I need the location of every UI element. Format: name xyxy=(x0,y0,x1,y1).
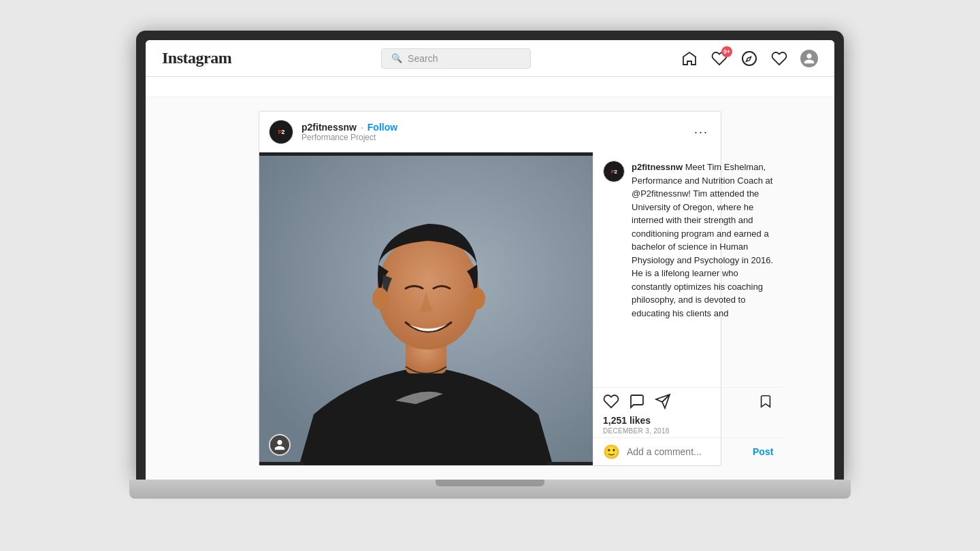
emoji-button[interactable]: 🙂 xyxy=(603,444,620,460)
comment-username[interactable]: p2fitnessnw xyxy=(632,162,683,172)
post-right-panel: P2 p2fitnessnw Meet Tim Eshelman, Perfor… xyxy=(593,152,783,465)
stories-bar xyxy=(146,77,834,97)
post-account-avatar[interactable]: P2 xyxy=(269,120,293,144)
likes-count: 1,251 likes xyxy=(603,415,773,426)
post-comments: P2 p2fitnessnw Meet Tim Eshelman, Perfor… xyxy=(593,152,783,387)
follow-button[interactable]: Follow xyxy=(368,122,397,133)
post-dot: · xyxy=(361,122,363,133)
bookmark-button[interactable] xyxy=(758,394,773,409)
svg-point-7 xyxy=(469,288,485,310)
like-button[interactable] xyxy=(603,393,619,410)
laptop-shell: Instagram 🔍 Search xyxy=(129,31,851,520)
share-icon xyxy=(655,393,671,410)
search-icon: 🔍 xyxy=(391,53,402,63)
comment-button[interactable] xyxy=(629,393,645,410)
laptop-screen: Instagram 🔍 Search xyxy=(146,40,834,480)
instagram-app: Instagram 🔍 Search xyxy=(146,40,834,480)
laptop-base xyxy=(129,480,851,499)
post-date: DECEMBER 3, 2018 xyxy=(603,427,773,435)
heart-icon xyxy=(771,50,787,67)
comment-text: p2fitnessnw Meet Tim Eshelman, Performan… xyxy=(632,161,773,320)
bookmark-icon xyxy=(758,394,773,409)
nav-icons: 9+ xyxy=(681,50,818,67)
post-username-row: p2fitnessnw · Follow xyxy=(301,122,691,133)
post-image-user-tag[interactable] xyxy=(269,434,291,456)
post-header: P2 p2fitnessnw · Follow Performance Proj… xyxy=(259,112,721,152)
heart-nav-icon[interactable] xyxy=(770,50,788,67)
svg-point-0 xyxy=(742,52,756,65)
search-bar[interactable]: 🔍 Search xyxy=(381,48,531,69)
post-likes-section: 1,251 likes DECEMBER 3, 2018 xyxy=(593,412,783,437)
add-comment-section: 🙂 Post xyxy=(593,437,783,465)
comment-avatar: P2 xyxy=(603,161,625,182)
post-username[interactable]: p2fitnessnw xyxy=(301,122,357,133)
home-icon xyxy=(681,50,698,67)
main-feed: P2 p2fitnessnw · Follow Performance Proj… xyxy=(146,97,834,480)
instagram-logo: Instagram xyxy=(162,49,231,67)
like-icon xyxy=(603,393,619,410)
instagram-header: Instagram 🔍 Search xyxy=(146,40,834,77)
comment-input[interactable] xyxy=(627,446,746,457)
post-image xyxy=(259,152,593,465)
home-nav-icon[interactable] xyxy=(681,50,698,67)
comment-body: Meet Tim Eshelman, Performance and Nutri… xyxy=(632,162,773,318)
screen-bezel: Instagram 🔍 Search xyxy=(136,31,844,480)
svg-point-6 xyxy=(372,288,389,310)
explore-nav-icon[interactable] xyxy=(740,50,758,67)
user-avatar-icon xyxy=(803,52,815,65)
explore-icon xyxy=(741,50,757,67)
post-card: P2 p2fitnessnw · Follow Performance Proj… xyxy=(259,111,721,466)
comment-item: P2 p2fitnessnw Meet Tim Eshelman, Perfor… xyxy=(603,161,773,320)
post-comment-button[interactable]: Post xyxy=(753,446,773,457)
user-avatar[interactable] xyxy=(800,50,818,67)
post-image-section xyxy=(259,152,593,465)
search-placeholder: Search xyxy=(408,53,438,64)
post-subtitle: Performance Project xyxy=(301,133,691,142)
notification-badge: 9+ xyxy=(721,46,732,57)
share-button[interactable] xyxy=(655,393,671,410)
post-actions xyxy=(593,387,783,412)
activity-nav-icon[interactable]: 9+ xyxy=(710,50,728,67)
comment-icon xyxy=(629,393,645,410)
user-tag-icon xyxy=(274,439,286,451)
post-body: P2 p2fitnessnw Meet Tim Eshelman, Perfor… xyxy=(259,152,721,465)
post-more-button[interactable]: ··· xyxy=(691,125,711,139)
post-user-info: p2fitnessnw · Follow Performance Project xyxy=(301,122,691,142)
